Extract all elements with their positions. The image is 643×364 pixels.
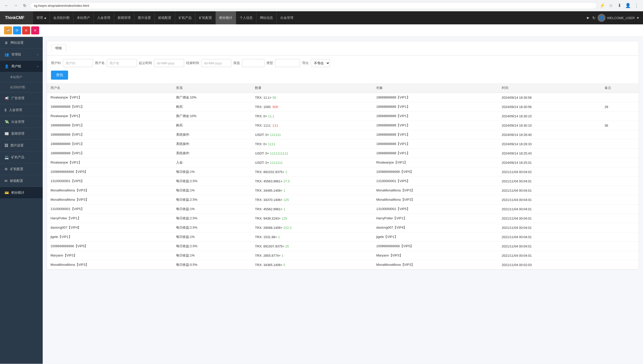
quick-btn-home[interactable]: 🏠 <box>4 26 12 34</box>
start-time-input[interactable] <box>154 59 184 67</box>
nav-item-withdrawal[interactable]: 出金管理 <box>277 11 297 24</box>
cell-target: 18888888888【VIP1】 <box>373 93 498 102</box>
cell-username: MonaMonaMona【VIP3】 <box>47 195 173 204</box>
sidebar-item-mining-config[interactable]: ⚙ 矿机配置 <box>0 163 43 175</box>
sidebar-item-mining-products[interactable]: 💻 矿机产品 <box>0 151 43 163</box>
cell-target: 18888888888【VIP1】 <box>373 149 498 158</box>
nav-item-mining-config-label: 矿机配置 <box>199 16 212 20</box>
export-select[interactable]: 不导出 <box>311 59 330 67</box>
sidebar-item-website-settings[interactable]: 🖥 网站设置 <box>0 37 43 49</box>
amount-highlight: 222.2 <box>283 226 292 230</box>
nav-item-points[interactable]: 积分统计 <box>216 11 236 24</box>
cell-amount: TRX: 891507.9375+ 25 <box>251 242 373 251</box>
nav-more-icon[interactable]: ► <box>586 16 590 20</box>
filter-status-input[interactable]: Comple <box>242 59 264 67</box>
nav-item-mining-products[interactable]: 矿机产品 <box>175 11 195 24</box>
user-info[interactable]: 👤 WELCOME_USER ▼ <box>598 14 639 22</box>
cell-note <box>601 195 639 204</box>
amount-highlight: 11.1 <box>267 114 274 118</box>
table-row: 1008666666666【VIP5】 每日收益:1% TRX: 891532.… <box>47 167 639 177</box>
username-input[interactable] <box>107 59 137 67</box>
menu-icon[interactable]: ⋮ <box>633 2 640 9</box>
end-time-input[interactable] <box>201 59 231 67</box>
refresh-button[interactable]: ↻ <box>21 2 28 9</box>
cell-target: 18888888888【VIP1】 <box>373 102 498 112</box>
bookmark-icon[interactable]: ☆ <box>607 2 614 9</box>
cast-icon[interactable]: ⚡ <box>599 2 606 9</box>
ads-icon: 📢 <box>5 96 9 100</box>
nav-item-email[interactable]: 邮箱配置 <box>154 11 175 24</box>
amount-highlight: -111 <box>272 124 278 127</box>
points-icon: 💳 <box>5 191 9 195</box>
type-input[interactable]: Complete <box>275 59 300 67</box>
sidebar-item-deposits[interactable]: $ 入金管理 <box>0 104 43 116</box>
email-icon: ✉ <box>5 179 8 183</box>
amount-highlight: 1111 <box>267 142 275 146</box>
cell-time: 2021/11/04 00:04:01 <box>498 214 601 223</box>
cell-username: 18888888888【VIP1】 <box>47 149 173 158</box>
sidebar-item-deposits-label: 入金管理 <box>9 108 22 112</box>
sidebar-item-email-config[interactable]: ✉ 邮箱配置 <box>0 175 43 187</box>
cell-award: 每日收益:0.5% <box>173 260 252 270</box>
nav-item-manage[interactable]: 管理 ◀ <box>33 11 49 24</box>
cell-username: 1008666666666【VIP5】 <box>47 167 173 177</box>
nav-item-images[interactable]: 图片设置 <box>134 11 154 24</box>
cell-target: 18888888888【VIP1】 <box>373 112 498 121</box>
sidebar-item-news[interactable]: 📰 新闻管理 <box>0 128 43 140</box>
sidebar-item-topology[interactable]: 会员拓扑图 <box>0 82 43 92</box>
nav-item-news[interactable]: 新闻管理 <box>114 11 134 24</box>
nav-item-users[interactable]: 本站用户 <box>73 11 93 24</box>
cell-time: 2024/09/14 18:30:10 <box>498 112 601 121</box>
table-row: 1008666666666【VIP5】 每日收益:2.5% TRX: 89150… <box>47 242 639 251</box>
sidebar-item-image-settings[interactable]: 🖼 图片设置 <box>0 140 43 151</box>
cell-award: 每日收益:1% <box>173 186 252 195</box>
forward-button[interactable]: → <box>12 2 19 9</box>
sidebar-item-user-group[interactable]: 👤 用户组 › <box>0 61 43 72</box>
image-icon: 🖼 <box>5 143 8 147</box>
col-username: 用户名 <box>47 83 173 93</box>
cell-time: 2024/09/14 18:30:56 <box>498 102 601 112</box>
sidebar-item-withdrawals[interactable]: 💸 出金管理 <box>0 116 43 128</box>
back-button[interactable]: ← <box>3 2 10 9</box>
cell-award: 每日收益:2.5% <box>173 195 252 204</box>
user-avatar: 👤 <box>598 14 606 22</box>
tab-detail[interactable]: 明细 <box>51 44 66 52</box>
sidebar-item-ads[interactable]: 📢 广告管理 <box>0 92 43 104</box>
cell-note <box>601 139 639 149</box>
nav-refresh-icon[interactable]: ↻ <box>592 16 596 20</box>
card-tabs: 明细 <box>47 41 639 56</box>
nav-item-website[interactable]: 网站信息 <box>256 11 277 24</box>
start-time-label: 起止时间 <box>139 61 152 65</box>
cell-time: 2021/11/04 00:04:01 <box>498 186 601 195</box>
sidebar-item-points-stats[interactable]: 💳 积分统计 <box>0 187 43 199</box>
cell-time: 2024/09/14 18:30:10 <box>498 121 601 130</box>
amount-highlight: 111111 <box>269 133 281 137</box>
cell-note <box>601 112 639 121</box>
sidebar-item-admin-group[interactable]: 👥 管理组 › <box>0 49 43 61</box>
dollar-icon: $ <box>5 108 7 112</box>
nav-item-deposit[interactable]: 入金管理 <box>93 11 114 24</box>
userid-input[interactable] <box>63 59 93 67</box>
cell-username: Rivalwanjoe【VIP1】 <box>47 112 173 121</box>
cell-amount: TRX: 34370.1406+ 125 <box>251 195 373 204</box>
quick-btn-close[interactable]: ✕ <box>22 26 30 34</box>
cell-username: daxiong007【VIP4】 <box>47 223 173 232</box>
quick-btn-refresh[interactable]: ⟳ <box>13 26 21 34</box>
nav-item-points-label: 积分统计 <box>219 16 232 20</box>
cell-target: 13100000001【VIP5】 <box>373 177 498 186</box>
cell-note <box>601 260 639 270</box>
cell-target: Maryann【VIP3】 <box>373 251 498 260</box>
nav-item-profile[interactable]: 个人信息 <box>236 11 256 24</box>
cell-award: 每日收益:1% <box>173 167 252 177</box>
cell-target: MonaMonaMona【VIP3】 <box>373 195 498 204</box>
download-icon[interactable]: ⬇ <box>616 2 623 9</box>
quick-actions-bar: 🏠 ⟳ ✕ ✕ <box>0 24 643 37</box>
search-button[interactable]: 查找 <box>51 71 68 80</box>
cell-time: 2024/09/14 18:28:33 <box>498 139 601 149</box>
profile-icon[interactable]: 👤 <box>624 2 631 9</box>
nav-item-mining-config[interactable]: 矿机配置 <box>195 11 216 24</box>
sidebar-item-site-users[interactable]: 本站用户 <box>0 72 43 82</box>
address-bar[interactable] <box>30 2 597 9</box>
quick-btn-close2[interactable]: ✕ <box>31 26 39 34</box>
nav-item-topology[interactable]: 会员拓扑图 <box>49 11 73 24</box>
